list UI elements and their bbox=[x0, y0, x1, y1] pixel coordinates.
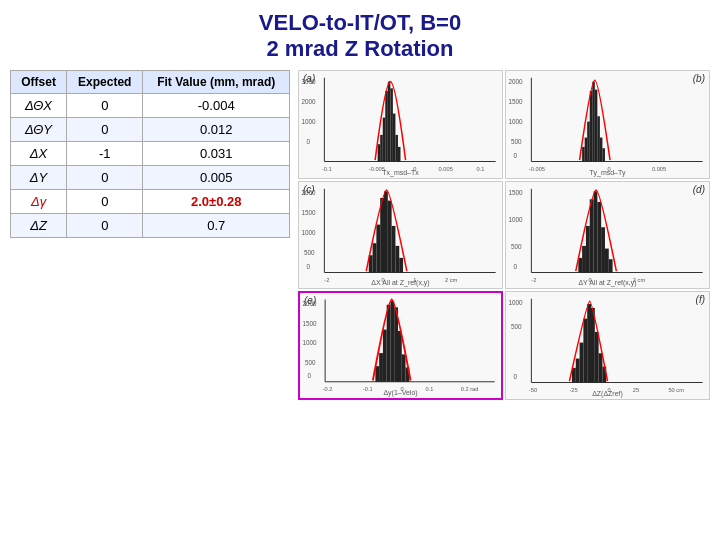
svg-text:1000: 1000 bbox=[302, 118, 316, 125]
table-row-4-offset: Δγ bbox=[11, 190, 67, 214]
svg-text:-0.1: -0.1 bbox=[363, 386, 373, 392]
svg-text:1000: 1000 bbox=[509, 299, 523, 306]
svg-rect-35 bbox=[595, 90, 598, 162]
plot-b: (b) 2000 1500 1000 500 0 -0.005 0 0.005 bbox=[505, 70, 710, 179]
col-header-fitvalue: Fit Value (mm, mrad) bbox=[143, 71, 290, 94]
svg-text:0.005: 0.005 bbox=[652, 166, 666, 172]
plot-c-xlabel: ΔX All at Z_ref(x,y) bbox=[371, 279, 429, 286]
plot-e-label: (e) bbox=[304, 295, 316, 306]
svg-text:1500: 1500 bbox=[303, 320, 317, 327]
table-row-0-fitvalue: -0.004 bbox=[143, 94, 290, 118]
data-table: Offset Expected Fit Value (mm, mrad) ΔΘX… bbox=[10, 70, 290, 238]
svg-text:500: 500 bbox=[305, 359, 316, 366]
col-header-expected: Expected bbox=[67, 71, 143, 94]
table-row-2-offset: ΔX bbox=[11, 142, 67, 166]
svg-text:500: 500 bbox=[511, 323, 522, 330]
svg-text:-2: -2 bbox=[324, 276, 329, 282]
svg-rect-92 bbox=[387, 305, 391, 382]
svg-text:2000: 2000 bbox=[302, 98, 316, 105]
svg-rect-69 bbox=[582, 245, 586, 272]
svg-rect-68 bbox=[578, 257, 582, 272]
plot-a-label: (a) bbox=[303, 73, 315, 84]
svg-text:500: 500 bbox=[511, 138, 522, 145]
plot-a: (a) 3000 2000 1000 0 -0.1 -0.005 0 0.005… bbox=[298, 70, 503, 179]
svg-text:0: 0 bbox=[308, 372, 312, 379]
svg-rect-73 bbox=[597, 201, 601, 272]
svg-rect-90 bbox=[379, 353, 383, 382]
plot-d: (d) 1500 1000 500 0 -2 0 2 cm bbox=[505, 181, 710, 290]
plot-f: (f) 1000 500 0 -50 -25 0 25 50 cm bbox=[505, 291, 710, 400]
svg-text:500: 500 bbox=[304, 249, 315, 256]
table-row-1-offset: ΔΘY bbox=[11, 118, 67, 142]
title-line2: 2 mrad Z Rotation bbox=[259, 36, 461, 62]
table-row-0-offset: ΔΘX bbox=[11, 94, 67, 118]
table-row-4-expected: 0 bbox=[67, 190, 143, 214]
plot-a-xlabel: Tx_msd–Tx bbox=[382, 169, 419, 176]
svg-text:-0.1: -0.1 bbox=[322, 166, 332, 172]
plot-d-label: (d) bbox=[693, 184, 705, 195]
svg-rect-71 bbox=[590, 199, 594, 272]
plot-d-xlabel: ΔY All at Z_ref(x,y) bbox=[578, 279, 636, 286]
table-row-0-expected: 0 bbox=[67, 94, 143, 118]
svg-rect-34 bbox=[592, 82, 595, 162]
svg-text:2000: 2000 bbox=[509, 78, 523, 85]
svg-rect-91 bbox=[383, 330, 387, 382]
title-line1: VELO-to-IT/OT, B=0 bbox=[259, 10, 461, 36]
plot-c-label: (c) bbox=[303, 184, 315, 195]
svg-rect-93 bbox=[390, 301, 394, 382]
plot-f-xlabel: ΔZ(ΔZref) bbox=[592, 390, 623, 397]
svg-rect-72 bbox=[594, 191, 598, 272]
svg-text:0.1: 0.1 bbox=[477, 166, 485, 172]
svg-rect-31 bbox=[585, 138, 588, 162]
svg-rect-112 bbox=[587, 304, 591, 383]
svg-rect-55 bbox=[388, 200, 392, 272]
main-content: Offset Expected Fit Value (mm, mrad) ΔΘX… bbox=[0, 70, 720, 400]
svg-rect-37 bbox=[600, 138, 603, 162]
table-row-1-expected: 0 bbox=[67, 118, 143, 142]
svg-text:1500: 1500 bbox=[302, 209, 316, 216]
svg-text:50 cm: 50 cm bbox=[668, 387, 684, 393]
plot-b-label: (b) bbox=[693, 73, 705, 84]
table-row-1-fitvalue: 0.012 bbox=[143, 118, 290, 142]
svg-text:1000: 1000 bbox=[509, 215, 523, 222]
svg-text:1000: 1000 bbox=[303, 339, 317, 346]
svg-rect-53 bbox=[380, 197, 384, 272]
svg-rect-70 bbox=[586, 225, 590, 272]
svg-text:0: 0 bbox=[514, 151, 518, 158]
col-header-offset: Offset bbox=[11, 71, 67, 94]
svg-rect-12 bbox=[380, 135, 383, 162]
plot-c: (c) 2000 1500 1000 500 0 -2 0 1 2 cm bbox=[298, 181, 503, 290]
svg-text:0: 0 bbox=[307, 138, 311, 145]
svg-rect-51 bbox=[373, 243, 377, 272]
svg-rect-52 bbox=[376, 224, 380, 272]
svg-rect-16 bbox=[390, 88, 393, 161]
plots-section: (a) 3000 2000 1000 0 -0.1 -0.005 0 0.005… bbox=[298, 70, 710, 400]
svg-rect-13 bbox=[383, 118, 386, 162]
plot-f-label: (f) bbox=[696, 294, 705, 305]
plot-b-xlabel: Ty_msd–Ty bbox=[590, 169, 626, 176]
svg-rect-111 bbox=[583, 319, 587, 383]
svg-rect-32 bbox=[587, 122, 590, 162]
table-row-5-expected: 0 bbox=[67, 214, 143, 238]
table-row-2-fitvalue: 0.031 bbox=[143, 142, 290, 166]
svg-rect-17 bbox=[393, 114, 396, 162]
table-row-5-fitvalue: 0.7 bbox=[143, 214, 290, 238]
svg-rect-58 bbox=[399, 257, 403, 272]
svg-text:-2: -2 bbox=[531, 276, 536, 282]
svg-rect-74 bbox=[601, 227, 605, 272]
svg-rect-18 bbox=[395, 135, 398, 162]
svg-rect-15 bbox=[388, 82, 391, 162]
svg-rect-19 bbox=[398, 147, 401, 162]
svg-text:1000: 1000 bbox=[302, 229, 316, 236]
plot-e: (e) 2000 1500 1000 500 0 -0.2 -0.1 0 0.1… bbox=[298, 291, 503, 400]
svg-rect-14 bbox=[385, 91, 388, 162]
table-section: Offset Expected Fit Value (mm, mrad) ΔΘX… bbox=[10, 70, 290, 400]
svg-text:0: 0 bbox=[514, 372, 518, 379]
svg-rect-11 bbox=[378, 144, 381, 161]
svg-text:2 cm: 2 cm bbox=[445, 276, 457, 282]
svg-rect-57 bbox=[395, 245, 399, 272]
svg-text:1500: 1500 bbox=[509, 98, 523, 105]
svg-rect-110 bbox=[580, 343, 584, 383]
svg-text:-50: -50 bbox=[529, 387, 538, 393]
svg-rect-96 bbox=[402, 354, 406, 381]
